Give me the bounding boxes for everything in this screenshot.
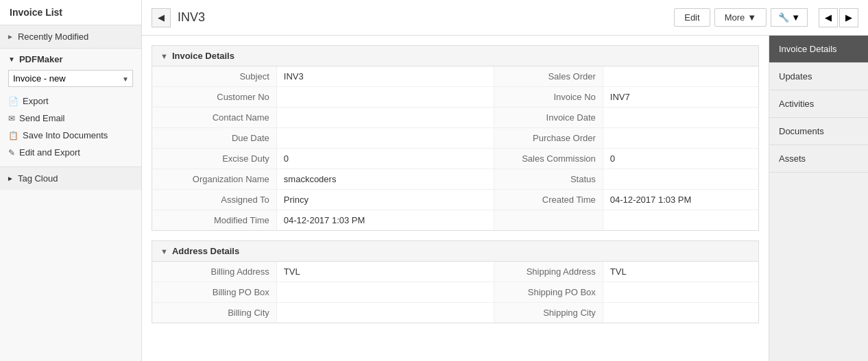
table-row: Excise Duty 0 Sales Commission 0	[152, 149, 758, 169]
pdfmaker-label: ▼ PDFMaker	[8, 54, 133, 64]
value-status	[603, 169, 758, 190]
value-shipping-address: TVL	[603, 262, 758, 282]
value-invoice-date	[603, 108, 758, 128]
top-bar: ◀ INV3 Edit More ▼ 🔧 ▼ ◀ ▶	[142, 0, 868, 36]
label-billing-address: Billing Address	[152, 262, 276, 282]
value-shipping-city	[603, 303, 758, 323]
more-dropdown-icon: ▼	[747, 12, 756, 23]
right-panel: Invoice Details Updates Activities Docum…	[769, 36, 868, 361]
table-row: Billing Address TVL Shipping Address TVL	[152, 262, 758, 282]
recently-modified-label: Recently Modified	[18, 32, 88, 42]
label-modified-time: Modified Time	[152, 210, 276, 231]
tool-dropdown-icon: ▼	[791, 12, 800, 23]
label-org-name: Organization Name	[152, 169, 276, 190]
invoice-select-wrapper: Invoice - new ▼	[8, 70, 133, 87]
value-excise-duty: 0	[276, 149, 494, 169]
pdfmaker-content: ▼ PDFMaker Invoice - new ▼ 📄 Export ✉ Se…	[0, 49, 141, 166]
send-email-label: Send Email	[19, 113, 64, 123]
value-created-time: 04-12-2017 1:03 PM	[603, 190, 758, 210]
label-due-date: Due Date	[152, 128, 276, 149]
table-row: Organization Name smackcoders Status	[152, 169, 758, 190]
value-sales-commission: 0	[603, 149, 758, 169]
tag-cloud-section: ► Tag Cloud	[0, 167, 141, 190]
next-record-button[interactable]: ▶	[839, 8, 858, 27]
more-label: More	[725, 12, 745, 23]
address-details-header: ▼ Address Details	[152, 241, 758, 262]
table-row: Due Date Purchase Order	[152, 128, 758, 149]
label-purchase-order: Purchase Order	[494, 128, 603, 149]
tool-button[interactable]: 🔧 ▼	[771, 8, 808, 27]
value-empty-r	[603, 210, 758, 231]
right-panel-activities[interactable]: Activities	[769, 90, 868, 118]
collapse-sidebar-button[interactable]: ◀	[152, 8, 171, 27]
more-button[interactable]: More ▼	[714, 8, 767, 27]
sidebar-title: Invoice List	[0, 0, 141, 25]
export-label: Export	[23, 96, 49, 106]
label-status: Status	[494, 169, 603, 190]
label-customer-no: Customer No	[152, 87, 276, 108]
value-purchase-order	[603, 128, 758, 149]
prev-record-button[interactable]: ◀	[819, 8, 838, 27]
edit-export-label: Edit and Export	[19, 147, 80, 158]
table-row: Customer No Invoice No INV7	[152, 87, 758, 108]
value-sales-order	[603, 66, 758, 87]
tag-cloud-label: Tag Cloud	[18, 173, 58, 184]
label-assigned-to: Assigned To	[152, 190, 276, 210]
value-contact-name	[276, 108, 494, 128]
label-shipping-po-box: Shipping PO Box	[494, 282, 603, 303]
label-invoice-no: Invoice No	[494, 87, 603, 108]
value-due-date	[276, 128, 494, 149]
value-billing-city	[276, 303, 494, 323]
tag-cloud-arrow: ►	[7, 175, 14, 182]
value-assigned-to: Princy	[276, 190, 494, 210]
label-excise-duty: Excise Duty	[152, 149, 276, 169]
export-action[interactable]: 📄 Export	[8, 92, 133, 110]
edit-export-icon: ✎	[8, 148, 15, 158]
label-created-time: Created Time	[494, 190, 603, 210]
value-modified-time: 04-12-2017 1:03 PM	[276, 210, 494, 231]
label-billing-po-box: Billing PO Box	[152, 282, 276, 303]
nav-arrows: ◀ ▶	[819, 8, 858, 27]
save-documents-icon: 📋	[8, 131, 19, 140]
value-org-name: smackcoders	[276, 169, 494, 190]
save-documents-action[interactable]: 📋 Save Into Documents	[8, 127, 133, 144]
label-empty-r	[494, 210, 603, 231]
value-subject: INV3	[276, 66, 494, 87]
pdfmaker-section: ▼ PDFMaker Invoice - new ▼ 📄 Export ✉ Se…	[0, 49, 141, 167]
label-shipping-address: Shipping Address	[494, 262, 603, 282]
invoice-details-table: Subject INV3 Sales Order Customer No Inv…	[152, 66, 758, 230]
main-area: ◀ INV3 Edit More ▼ 🔧 ▼ ◀ ▶ ▼ I	[142, 0, 868, 361]
table-row: Billing PO Box Shipping PO Box	[152, 282, 758, 303]
label-billing-city: Billing City	[152, 303, 276, 323]
recently-modified-arrow: ►	[7, 33, 14, 40]
address-details-table: Billing Address TVL Shipping Address TVL…	[152, 262, 758, 323]
value-customer-no	[276, 87, 494, 108]
table-row: Assigned To Princy Created Time 04-12-20…	[152, 190, 758, 210]
right-panel-assets[interactable]: Assets	[769, 145, 868, 173]
address-details-title: Address Details	[172, 246, 239, 256]
invoice-details-toggle[interactable]: ▼	[160, 52, 168, 60]
edit-button[interactable]: Edit	[674, 8, 710, 27]
tag-cloud-header[interactable]: ► Tag Cloud	[7, 173, 134, 184]
label-invoice-date: Invoice Date	[494, 108, 603, 128]
invoice-details-section: ▼ Invoice Details Subject INV3 Sales Ord…	[152, 45, 759, 231]
table-row: Subject INV3 Sales Order	[152, 66, 758, 87]
invoice-details-header: ▼ Invoice Details	[152, 46, 758, 66]
address-details-section: ▼ Address Details Billing Address TVL Sh…	[152, 240, 759, 323]
invoice-select[interactable]: Invoice - new	[8, 70, 133, 87]
recently-modified-header[interactable]: ► Recently Modified	[0, 25, 141, 48]
right-panel-updates[interactable]: Updates	[769, 63, 868, 90]
recently-modified-section: ► Recently Modified	[0, 25, 141, 49]
label-sales-commission: Sales Commission	[494, 149, 603, 169]
left-sidebar: Invoice List ► Recently Modified ▼ PDFMa…	[0, 0, 142, 361]
address-details-toggle[interactable]: ▼	[160, 247, 168, 256]
label-subject: Subject	[152, 66, 276, 87]
value-billing-address: TVL	[276, 262, 494, 282]
send-email-action[interactable]: ✉ Send Email	[8, 110, 133, 127]
top-bar-actions: Edit More ▼ 🔧 ▼ ◀ ▶	[674, 8, 858, 27]
tool-icon: 🔧	[778, 12, 789, 23]
value-billing-po-box	[276, 282, 494, 303]
edit-export-action[interactable]: ✎ Edit and Export	[8, 144, 133, 161]
right-panel-invoice-details[interactable]: Invoice Details	[769, 36, 868, 63]
right-panel-documents[interactable]: Documents	[769, 118, 868, 145]
